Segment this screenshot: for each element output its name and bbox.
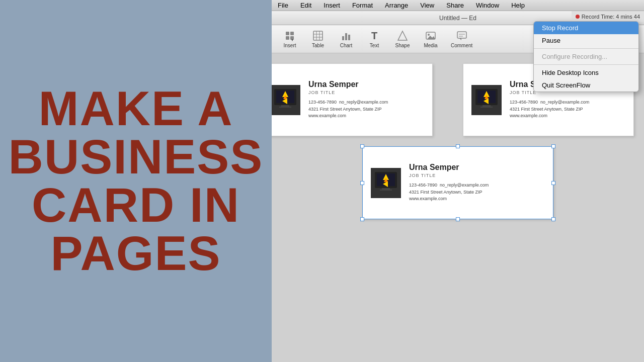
- handle-top-mid[interactable]: [456, 144, 460, 148]
- menu-view[interactable]: View: [418, 2, 436, 9]
- record-time-label: Record Time: 4 mins 44: [582, 14, 640, 20]
- svg-rect-1: [290, 32, 294, 35]
- dropdown-pause[interactable]: Pause: [534, 34, 638, 47]
- handle-bot-left[interactable]: [360, 217, 364, 221]
- handle-top-right[interactable]: [551, 144, 555, 148]
- toolbar-table-btn[interactable]: Table: [306, 28, 330, 50]
- svg-rect-25: [279, 107, 291, 108]
- handle-top-left[interactable]: [360, 144, 364, 148]
- chart-label: Chart: [340, 43, 352, 48]
- card-1-title: JOB TITLE: [308, 90, 424, 95]
- card-3-info: Urna Semper JOB TITLE 123-456-7890 no_re…: [409, 163, 545, 203]
- insert-label: Insert: [283, 43, 296, 48]
- dropdown-quit[interactable]: Quit ScreenFlow: [534, 79, 638, 92]
- canvas-area[interactable]: Urna Semper JOB TITLE 123-456-7890 no_re…: [272, 53, 644, 362]
- table-icon: [312, 30, 324, 42]
- chart-icon: [340, 30, 352, 42]
- svg-rect-0: [286, 32, 289, 35]
- svg-rect-12: [348, 35, 350, 40]
- insert-icon: [284, 30, 296, 42]
- left-panel: MAKE A BUSINESS CARD IN PAGES: [0, 0, 272, 362]
- svg-marker-13: [398, 31, 407, 40]
- right-panel: File Edit Insert Format Arrange View Sha…: [272, 0, 644, 362]
- dropdown-configure: Configure Recording...: [534, 50, 638, 63]
- media-icon: [425, 30, 437, 42]
- record-time-bar: Record Time: 4 mins 44: [572, 11, 644, 22]
- dropdown-divider-2: [534, 64, 638, 65]
- text-label: Text: [370, 43, 379, 48]
- tutorial-title: MAKE A BUSINESS CARD IN PAGES: [9, 84, 264, 278]
- toolbar-insert-btn[interactable]: Insert: [278, 28, 302, 50]
- handle-bot-mid[interactable]: [456, 217, 460, 221]
- toolbar-media-btn[interactable]: Media: [419, 28, 443, 50]
- svg-rect-30: [482, 105, 491, 107]
- svg-rect-17: [457, 32, 466, 38]
- screenflow-dropdown-menu: Stop Record Pause Configure Recording...…: [533, 21, 639, 92]
- card-1-name: Urna Semper: [308, 80, 424, 89]
- comment-icon: [456, 30, 468, 42]
- window-title: Untitled — Ed: [439, 15, 476, 22]
- svg-rect-10: [342, 36, 344, 40]
- menu-window[interactable]: Window: [474, 2, 501, 9]
- toolbar-text-btn[interactable]: T Text: [362, 28, 386, 50]
- shape-label: Shape: [395, 43, 410, 48]
- svg-rect-2: [286, 36, 289, 40]
- card-3-details: 123-456-7890 no_reply@example.com 4321 F…: [409, 182, 545, 203]
- card-3-title: JOB TITLE: [409, 173, 545, 178]
- toolbar-comment-btn[interactable]: Comment: [447, 28, 476, 50]
- menu-share[interactable]: Share: [444, 2, 466, 9]
- comment-label: Comment: [451, 43, 472, 48]
- handle-mid-right[interactable]: [551, 181, 555, 185]
- business-card-3-container[interactable]: Urna Semper JOB TITLE 123-456-7890 no_re…: [362, 146, 553, 219]
- table-label: Table: [312, 43, 324, 48]
- business-card-1[interactable]: Urna Semper JOB TITLE 123-456-7890 no_re…: [272, 63, 453, 136]
- menu-bar: File Edit Insert Format Arrange View Sha…: [272, 0, 644, 11]
- svg-rect-11: [345, 33, 347, 40]
- dropdown-stop-record[interactable]: Stop Record: [534, 22, 638, 34]
- dropdown-hide-desktop[interactable]: Hide Desktop Icons: [534, 66, 638, 79]
- svg-rect-5: [313, 31, 323, 40]
- svg-rect-24: [281, 105, 289, 107]
- card-1-body: Urna Semper JOB TITLE 123-456-7890 no_re…: [272, 63, 433, 136]
- handle-bot-right[interactable]: [551, 217, 555, 221]
- handle-mid-left[interactable]: [360, 181, 364, 185]
- menu-edit[interactable]: Edit: [298, 2, 313, 9]
- menu-help[interactable]: Help: [509, 2, 527, 9]
- svg-rect-37: [380, 190, 392, 191]
- menu-insert[interactable]: Insert: [321, 2, 342, 9]
- card-3-name: Urna Semper: [409, 163, 545, 172]
- card-1-info: Urna Semper JOB TITLE 123-456-7890 no_re…: [308, 80, 424, 120]
- svg-marker-16: [427, 36, 435, 39]
- svg-point-15: [428, 34, 430, 36]
- menu-arrange[interactable]: Arrange: [383, 2, 410, 9]
- menu-file[interactable]: File: [276, 2, 290, 9]
- svg-rect-31: [480, 107, 493, 108]
- svg-rect-3: [290, 36, 294, 40]
- shape-icon: [396, 30, 409, 42]
- toolbar-shape-btn[interactable]: Shape: [390, 28, 415, 50]
- card-1-details: 123-456-7890 no_reply@example.com 4321 F…: [308, 99, 424, 120]
- card-2-icon: [471, 85, 502, 115]
- card-3-icon: [371, 168, 401, 198]
- card-2-details: 123-456-7890 no_reply@example.com 4321 F…: [510, 99, 625, 120]
- card-1-icon: [272, 85, 300, 115]
- business-card-3[interactable]: Urna Semper JOB TITLE 123-456-7890 no_re…: [362, 146, 553, 219]
- media-label: Media: [424, 43, 437, 48]
- record-indicator: [576, 15, 580, 19]
- menu-format[interactable]: Format: [350, 2, 375, 9]
- svg-rect-36: [382, 188, 390, 190]
- toolbar-chart-btn[interactable]: Chart: [334, 28, 358, 50]
- text-icon: T: [368, 30, 380, 42]
- dropdown-divider-1: [534, 48, 638, 49]
- svg-marker-4: [291, 39, 293, 41]
